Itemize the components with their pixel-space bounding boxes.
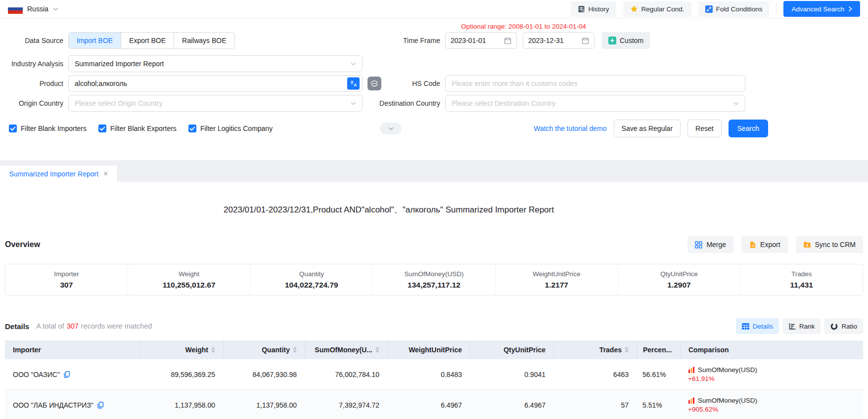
sort-icon[interactable] xyxy=(625,347,629,353)
weight-cell: 89,596,369.25 xyxy=(140,359,223,389)
importer-name[interactable]: ООО "ОАЗИС" xyxy=(13,371,60,378)
merge-button[interactable]: Merge xyxy=(687,236,733,253)
hs-code-label: HS Code xyxy=(381,80,445,87)
mini-bar-chart-icon xyxy=(688,367,695,373)
sort-icon[interactable] xyxy=(211,347,215,353)
country-name: Russia xyxy=(27,5,48,13)
header-quantity[interactable]: Quantity xyxy=(223,340,305,359)
date-to-value: 2023-12-31 xyxy=(528,37,579,44)
translate-icon[interactable]: A xyxy=(347,78,360,90)
export-label: Export xyxy=(760,241,780,249)
folder-sync-icon xyxy=(803,241,811,248)
header-importer[interactable]: Importer xyxy=(5,340,140,359)
header-percent: Percen... xyxy=(637,340,680,359)
chevron-down-icon xyxy=(351,62,356,66)
rank-chart-icon xyxy=(789,323,796,330)
industry-analysis-value: Summarized Importer Report xyxy=(75,60,351,68)
tab-export-boe[interactable]: Export BOE xyxy=(121,33,174,48)
details-table: Importer Weight Quantity SumOfMoney(U...… xyxy=(5,340,863,419)
data-source-tabs: Import BOE Export BOE Railways BOE xyxy=(68,32,235,49)
collapse-form-button[interactable] xyxy=(380,123,402,134)
calendar-icon[interactable] xyxy=(582,37,589,44)
date-from-value: 2023-01-01 xyxy=(451,37,501,44)
fold-icon xyxy=(705,5,713,13)
tab-title: Summarized Importer Report xyxy=(9,170,99,178)
regular-cond-button[interactable]: Regular Cond. xyxy=(623,1,691,17)
product-input[interactable] xyxy=(68,75,363,92)
ratio-donut-icon xyxy=(830,323,838,330)
filter-logitics-company-checkbox[interactable]: Filter Logitics Company xyxy=(188,125,273,132)
industry-analysis-select[interactable]: Summarized Importer Report xyxy=(68,55,363,72)
trades-cell: 6463 xyxy=(553,359,637,389)
comparison-cell: SumOfMoney(USD) +905.62% xyxy=(680,390,863,419)
history-icon xyxy=(578,5,585,13)
date-to-input[interactable]: 2023-12-31 xyxy=(523,32,594,49)
sort-icon[interactable] xyxy=(375,347,379,353)
checkbox-checked-icon[interactable] xyxy=(9,125,17,132)
view-ratio-button[interactable]: Ratio xyxy=(824,318,863,334)
stat-importer: Importer307 xyxy=(5,264,128,295)
checkbox-checked-icon[interactable] xyxy=(188,125,196,132)
details-heading: Details xyxy=(5,322,29,331)
hs-code-input[interactable] xyxy=(445,75,745,92)
custom-range-button[interactable]: Custom xyxy=(602,32,650,49)
search-button[interactable]: Search xyxy=(729,120,768,137)
stat-weight-unit-price: WeightUnitPrice1.2177 xyxy=(495,264,618,295)
divider xyxy=(776,4,777,14)
tutorial-demo-link[interactable]: Watch the tutorial demo xyxy=(534,125,606,132)
product-label: Product xyxy=(0,80,68,87)
weight-unit-price-cell: 0.8483 xyxy=(387,359,470,389)
svg-text:A: A xyxy=(354,83,357,87)
qty-unit-price-cell: 6.4967 xyxy=(470,390,553,419)
chevron-down-icon xyxy=(53,7,58,11)
overview-stats-bar: Importer307 Weight110,255,012.67 Quantit… xyxy=(5,264,863,295)
importer-name[interactable]: ООО "ЛАБ ИНДАСТРИЗ" xyxy=(13,401,93,409)
history-button[interactable]: History xyxy=(571,1,616,17)
origin-country-label: Origin Country xyxy=(0,99,68,107)
tab-import-boe[interactable]: Import BOE xyxy=(69,33,121,48)
origin-country-select[interactable]: Please select Origin Country xyxy=(68,95,363,112)
filter-blank-exporters-checkbox[interactable]: Filter Blank Exporters xyxy=(98,125,177,132)
merge-label: Merge xyxy=(706,241,726,249)
match-mode-icon[interactable] xyxy=(367,77,381,90)
date-from-input[interactable]: 2023-01-01 xyxy=(445,32,517,49)
sync-to-crm-button[interactable]: Sync to CRM xyxy=(796,236,863,253)
header-sum-of-money[interactable]: SumOfMoney(U... xyxy=(305,340,387,359)
weight-cell: 1,137,958.00 xyxy=(140,390,223,419)
sort-icon[interactable] xyxy=(293,347,297,353)
copy-icon[interactable] xyxy=(97,402,104,409)
reset-button[interactable]: Reset xyxy=(687,120,722,137)
tab-close-icon[interactable]: × xyxy=(103,170,108,178)
save-as-regular-button[interactable]: Save as Regular xyxy=(614,120,681,137)
tab-summarized-importer-report[interactable]: Summarized Importer Report × xyxy=(0,166,118,182)
trades-cell: 57 xyxy=(553,390,637,419)
importer-cell: ООО "ЛАБ ИНДАСТРИЗ" xyxy=(5,390,140,419)
tab-railways-boe[interactable]: Railways BOE xyxy=(174,33,234,48)
fold-conditions-button[interactable]: Fold Conditions xyxy=(698,1,770,17)
checkbox-checked-icon[interactable] xyxy=(98,125,106,132)
export-button[interactable]: Export xyxy=(741,236,787,253)
sum-cell: 7,392,974.72 xyxy=(305,390,387,419)
fold-conditions-label: Fold Conditions xyxy=(716,5,763,13)
search-form: Optional range: 2008-01-01 to 2024-01-04… xyxy=(0,18,868,150)
header-trades[interactable]: Trades xyxy=(553,340,637,359)
header-weight[interactable]: Weight xyxy=(140,340,223,359)
qty-unit-price-cell: 0.9041 xyxy=(470,359,553,389)
view-details-button[interactable]: Details xyxy=(736,318,779,334)
quantity-cell: 84,067,930.98 xyxy=(223,359,305,389)
destination-country-select[interactable]: Please select Destination Country xyxy=(445,95,745,112)
custom-icon xyxy=(608,37,616,44)
details-header: Details A total of 307 records were matc… xyxy=(0,318,868,334)
copy-icon[interactable] xyxy=(64,371,70,378)
sum-cell: 76,002,784.10 xyxy=(305,359,387,389)
calendar-icon[interactable] xyxy=(504,37,511,44)
view-rank-button[interactable]: Rank xyxy=(783,318,821,334)
filter-blank-importers-checkbox[interactable]: Filter Blank Importers xyxy=(9,125,87,132)
origin-country-placeholder: Please select Origin Country xyxy=(75,99,351,107)
stat-trades: Trades11,431 xyxy=(740,264,863,295)
country-selector[interactable]: Russia xyxy=(8,4,58,14)
destination-country-label: Destination Country xyxy=(363,99,445,107)
table-header-row: Importer Weight Quantity SumOfMoney(U...… xyxy=(5,340,863,359)
advanced-search-button[interactable]: Advanced Search xyxy=(783,1,860,17)
header-qty-unit-price: QtyUnitPrice xyxy=(470,340,553,359)
